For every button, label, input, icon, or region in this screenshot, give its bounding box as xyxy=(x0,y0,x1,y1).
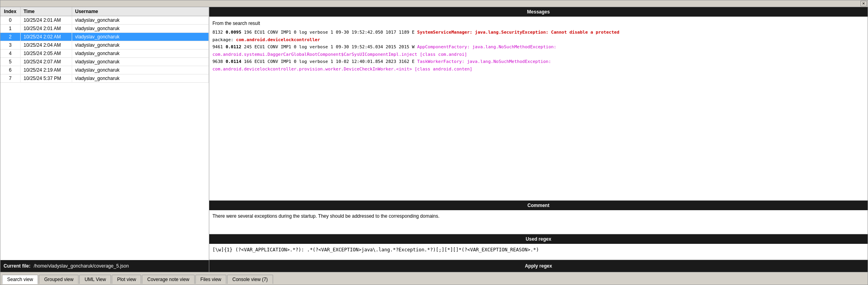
regex-section: Used regex [\w]{1} (?<VAR_APPLICATION>.*… xyxy=(209,234,868,260)
cell-time: 10/25/24 2:04 AM xyxy=(20,41,72,49)
table-row[interactable]: 410/25/24 2:05 AMvladyslav_goncharuk xyxy=(0,49,209,58)
current-file-value: /home/vladyslav_goncharuk/coverage_5.jso… xyxy=(34,263,129,269)
regex-header: Used regex xyxy=(209,234,868,244)
cell-time: 10/25/24 5:37 PM xyxy=(20,74,72,83)
table-row[interactable]: 210/25/24 2:02 AMvladyslav_goncharuk xyxy=(0,33,209,41)
cell-index: 6 xyxy=(0,66,20,74)
table-row[interactable]: 510/25/24 2:07 AMvladyslav_goncharuk xyxy=(0,58,209,66)
cell-time: 10/25/24 2:07 AM xyxy=(20,58,72,66)
close-button[interactable]: ✕ xyxy=(860,1,867,6)
table-row[interactable]: 310/25/24 2:04 AMvladyslav_goncharuk xyxy=(0,41,209,49)
cell-username: vladyslav_goncharuk xyxy=(72,66,209,74)
cell-username: vladyslav_goncharuk xyxy=(72,74,209,83)
tab-search-view[interactable]: Search view xyxy=(2,275,38,284)
left-panel: Index Time Username 010/25/24 2:01 AMvla… xyxy=(0,7,209,272)
cell-username: vladyslav_goncharuk xyxy=(72,41,209,49)
content-area: Index Time Username 010/25/24 2:01 AMvla… xyxy=(0,7,868,272)
cell-index: 4 xyxy=(0,49,20,58)
apply-regex-section: Apply regex xyxy=(209,260,868,272)
col-header-username: Username xyxy=(72,7,209,16)
cell-time: 10/25/24 2:19 AM xyxy=(20,66,72,74)
message-line-5: 9638 0.0114 166 ECU1 CONV IMP1 0 log ver… xyxy=(212,59,864,65)
comment-section: Comment There were several exceptions du… xyxy=(209,200,868,234)
messages-intro: From the search result xyxy=(212,20,864,27)
cell-time: 10/25/24 2:01 AM xyxy=(20,25,72,33)
regex-content: [\w]{1} (?<VAR_APPLICATION>.*?): .*(?<VA… xyxy=(209,244,868,260)
messages-section: Messages From the search result 8132 0.0… xyxy=(209,7,868,200)
message-line-2: package: com.android.devicelockcontrolle… xyxy=(212,37,864,44)
title-bar: ✕ xyxy=(0,0,868,7)
cell-time: 10/25/24 2:02 AM xyxy=(20,33,72,41)
cell-username: vladyslav_goncharuk xyxy=(72,58,209,66)
bottom-tabs: Search viewGrouped viewUML ViewPlot view… xyxy=(0,272,868,285)
cell-index: 5 xyxy=(0,58,20,66)
cell-username: vladyslav_goncharuk xyxy=(72,33,209,41)
col-header-index: Index xyxy=(0,7,20,16)
apply-regex-content[interactable]: Apply regex xyxy=(209,260,868,272)
tab-uml-view[interactable]: UML View xyxy=(79,275,111,284)
current-file-bar: Current file: /home/vladyslav_goncharuk/… xyxy=(0,260,209,272)
apply-regex-text: Apply regex xyxy=(525,263,552,269)
comment-content: There were several exceptions during the… xyxy=(209,210,868,234)
tab-grouped-view[interactable]: Grouped view xyxy=(39,275,78,284)
cell-username: vladyslav_goncharuk xyxy=(72,16,209,25)
messages-lines: 8132 0.0095 196 ECU1 CONV IMP1 0 log ver… xyxy=(212,29,864,72)
cell-username: vladyslav_goncharuk xyxy=(72,49,209,58)
message-line-6: com.android.devicelockcontroller.provisi… xyxy=(212,66,864,73)
table-container[interactable]: Index Time Username 010/25/24 2:01 AMvla… xyxy=(0,7,209,260)
message-line-4: com.android.systemui.DaggerCarGlobalRoot… xyxy=(212,51,864,58)
table-row[interactable]: 010/25/24 2:01 AMvladyslav_goncharuk xyxy=(0,16,209,25)
messages-content[interactable]: From the search result 8132 0.0095 196 E… xyxy=(209,17,868,200)
cell-index: 1 xyxy=(0,25,20,33)
messages-header: Messages xyxy=(209,7,868,17)
table-row[interactable]: 610/25/24 2:19 AMvladyslav_goncharuk xyxy=(0,66,209,74)
message-line-3: 9461 0.0112 245 ECU1 CONV IMP1 0 log ver… xyxy=(212,44,864,51)
tab-files-view[interactable]: Files view xyxy=(195,275,227,284)
cell-time: 10/25/24 2:05 AM xyxy=(20,49,72,58)
cell-index: 0 xyxy=(0,16,20,25)
tab-coverage-note-view[interactable]: Coverage note view xyxy=(142,275,194,284)
comment-header: Comment xyxy=(209,201,868,210)
table-row[interactable]: 710/25/24 5:37 PMvladyslav_goncharuk xyxy=(0,74,209,83)
cell-index: 2 xyxy=(0,33,20,41)
cell-index: 7 xyxy=(0,74,20,83)
comment-text: There were several exceptions during the… xyxy=(212,213,440,219)
cell-index: 3 xyxy=(0,41,20,49)
table-row[interactable]: 110/25/24 2:01 AMvladyslav_goncharuk xyxy=(0,25,209,33)
col-header-time: Time xyxy=(20,7,72,16)
cell-username: vladyslav_goncharuk xyxy=(72,25,209,33)
data-table: Index Time Username 010/25/24 2:01 AMvla… xyxy=(0,7,209,83)
current-file-label: Current file: xyxy=(4,263,31,269)
tab-console-view-(7)[interactable]: Console view (7) xyxy=(227,275,273,284)
right-panel: Messages From the search result 8132 0.0… xyxy=(209,7,868,272)
regex-text: [\w]{1} (?<VAR_APPLICATION>.*?): .*(?<VA… xyxy=(212,247,539,253)
tab-plot-view[interactable]: Plot view xyxy=(112,275,141,284)
main-window: ✕ Index Time Username 010/25/24 2:01 AMv… xyxy=(0,0,868,285)
message-line-1: 8132 0.0095 196 ECU1 CONV IMP1 0 log ver… xyxy=(212,29,864,36)
cell-time: 10/25/24 2:01 AM xyxy=(20,16,72,25)
